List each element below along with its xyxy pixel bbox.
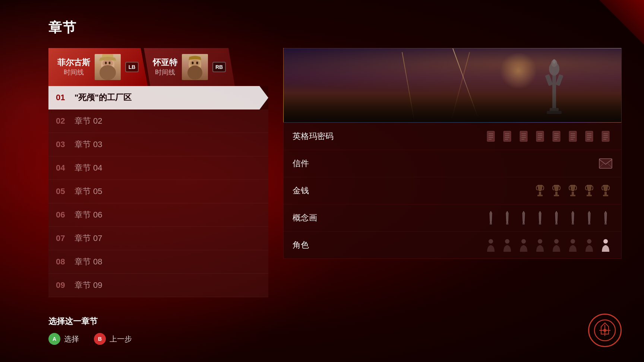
- chapter-item-01[interactable]: 01 "死颅"的工厂区: [48, 86, 268, 109]
- svg-point-12: [192, 62, 193, 64]
- svg-rect-48: [569, 131, 577, 142]
- knife-icon-1: [484, 211, 498, 225]
- stat-label-money: 金钱: [293, 185, 352, 196]
- svg-rect-38: [536, 131, 544, 142]
- document-svg-1: [486, 131, 495, 142]
- enigma-icon-6: [566, 130, 580, 143]
- person-svg-6: [568, 238, 578, 252]
- svg-point-5: [109, 62, 110, 64]
- knife-svg-7: [587, 211, 592, 225]
- trophy-icon-4: [583, 184, 596, 197]
- chapter-name-09: 章节 09: [75, 280, 102, 291]
- svg-rect-67: [537, 195, 543, 196]
- svg-rect-69: [554, 195, 559, 196]
- knife-svg-8: [603, 211, 608, 225]
- stat-icons-concept: [484, 211, 612, 225]
- chapter-number-08: 08: [56, 257, 75, 267]
- svg-point-89: [571, 239, 575, 244]
- svg-rect-43: [553, 131, 560, 142]
- tab-fergus-name: 菲尔古斯: [57, 57, 90, 68]
- svg-rect-68: [555, 192, 558, 195]
- stat-label-letters: 信件: [293, 158, 352, 169]
- chapter-number-05: 05: [56, 187, 75, 196]
- person-svg-8-active: [600, 238, 611, 252]
- knife-svg-1: [488, 211, 493, 225]
- chapter-item-06[interactable]: 06 章节 06: [48, 203, 268, 227]
- knife-svg-3: [521, 211, 526, 225]
- chapter-item-04[interactable]: 04 章节 04: [48, 156, 268, 180]
- person-svg-4: [535, 238, 545, 252]
- chapter-number-09: 09: [56, 280, 75, 290]
- document-svg-7: [585, 131, 594, 142]
- tab-wyatt-label: 时间线: [153, 68, 177, 77]
- main-container: 章节 菲尔古斯 时间线: [0, 0, 644, 362]
- person-svg-5: [551, 238, 562, 252]
- person-icon-2: [501, 238, 514, 252]
- document-svg-6: [568, 131, 577, 142]
- tab-fergus-text: 菲尔古斯 时间线: [57, 57, 90, 77]
- chapter-item-05[interactable]: 05 章节 05: [48, 180, 268, 203]
- preview-scene: [284, 48, 621, 122]
- svg-rect-66: [539, 192, 541, 195]
- svg-rect-73: [587, 195, 592, 196]
- tab-wyatt-avatar: [182, 54, 208, 80]
- svg-point-85: [505, 239, 509, 244]
- knife-icon-4: [533, 211, 547, 225]
- chapter-name-04: 章节 04: [75, 162, 102, 174]
- chapter-item-03[interactable]: 03 章节 03: [48, 133, 268, 156]
- stat-row-enigma: 英格玛密码: [284, 123, 621, 150]
- chapter-item-09[interactable]: 09 章节 09: [48, 274, 268, 297]
- knife-icon-7: [583, 211, 596, 225]
- stats-grid: 英格玛密码: [283, 123, 622, 259]
- svg-rect-82: [588, 222, 590, 225]
- svg-point-6: [100, 65, 116, 80]
- chapter-item-07[interactable]: 07 章节 07: [48, 227, 268, 250]
- knife-svg-6: [570, 211, 575, 225]
- trophy-icon-5: [599, 184, 612, 197]
- enigma-icon-8: [599, 130, 612, 143]
- wyatt-face: [182, 54, 208, 80]
- page-title: 章节: [48, 19, 622, 37]
- svg-point-91: [603, 239, 608, 244]
- chapter-number-07: 07: [56, 234, 75, 243]
- enigma-icon-4: [533, 130, 547, 143]
- chapter-name-05: 章节 05: [75, 186, 102, 197]
- fergus-face: [95, 54, 121, 80]
- tab-fergus-avatar: [95, 54, 121, 80]
- tab-wyatt-text: 怀亚特 时间线: [153, 57, 177, 77]
- svg-rect-79: [539, 222, 541, 225]
- svg-point-86: [521, 239, 526, 244]
- preview-glow: [500, 52, 537, 89]
- stat-icons-enigma: [484, 130, 612, 143]
- content-area: 菲尔古斯 时间线: [48, 48, 622, 297]
- stat-icons-characters: [484, 238, 612, 252]
- person-icon-4: [533, 238, 547, 252]
- document-svg-2: [503, 131, 512, 142]
- person-icon-1: [484, 238, 498, 252]
- chapter-item-08[interactable]: 08 章节 08: [48, 250, 268, 274]
- stat-icons-letters: [599, 157, 612, 170]
- chapter-number-03: 03: [56, 140, 75, 149]
- chapter-number-06: 06: [56, 210, 75, 220]
- tab-headers: 菲尔古斯 时间线: [48, 48, 268, 86]
- svg-point-87: [538, 239, 542, 244]
- tab-fergus[interactable]: 菲尔古斯 时间线: [48, 48, 148, 86]
- chapter-name-06: 章节 06: [75, 209, 102, 220]
- svg-point-84: [489, 239, 493, 244]
- svg-rect-23: [487, 131, 495, 142]
- person-svg-1: [486, 238, 496, 252]
- chapter-name-01: "死颅"的工厂区: [75, 92, 132, 103]
- person-icon-6: [566, 238, 580, 252]
- trophy-svg-5: [600, 184, 611, 197]
- svg-point-90: [587, 239, 591, 244]
- svg-rect-63: [599, 159, 612, 168]
- chapter-name-03: 章节 03: [75, 139, 102, 150]
- chapter-number-02: 02: [56, 116, 75, 126]
- enigma-icon-7: [583, 130, 596, 143]
- person-icon-3: [517, 238, 530, 252]
- chapter-item-02[interactable]: 02 章节 02: [48, 109, 268, 133]
- trophy-icon-2: [550, 184, 563, 197]
- chapter-name-08: 章节 08: [75, 256, 102, 267]
- svg-rect-53: [585, 131, 593, 142]
- tab-wyatt[interactable]: 怀亚特 时间线: [144, 48, 235, 86]
